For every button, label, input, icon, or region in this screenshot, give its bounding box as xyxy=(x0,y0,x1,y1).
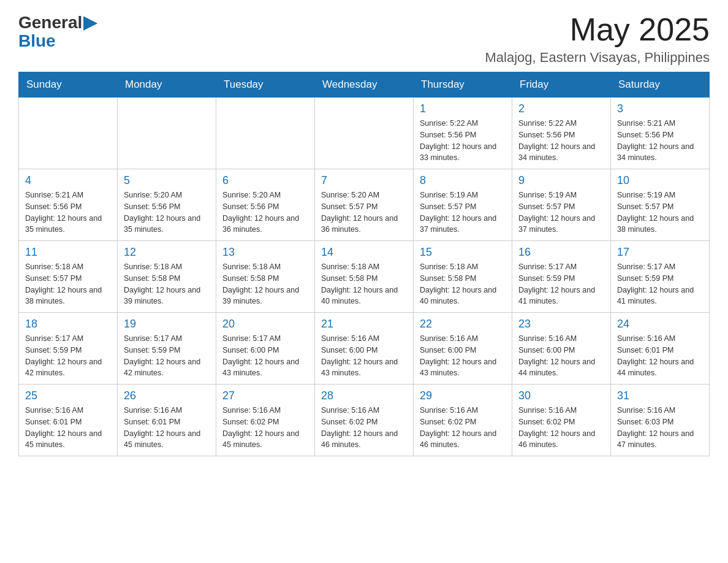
day-number: 7 xyxy=(321,174,407,187)
day-info: Sunrise: 5:18 AMSunset: 5:58 PMDaylight:… xyxy=(321,261,407,307)
calendar-cell: 24Sunrise: 5:16 AMSunset: 6:01 PMDayligh… xyxy=(611,313,710,385)
day-number: 12 xyxy=(124,246,210,259)
calendar-cell: 6Sunrise: 5:20 AMSunset: 5:56 PMDaylight… xyxy=(216,169,315,241)
day-number: 5 xyxy=(124,174,210,187)
calendar-cell xyxy=(118,98,216,169)
day-info: Sunrise: 5:16 AMSunset: 6:01 PMDaylight:… xyxy=(25,405,111,451)
day-of-week-header: Friday xyxy=(512,72,611,98)
logo-blue-text: Blue xyxy=(18,33,56,50)
day-info: Sunrise: 5:20 AMSunset: 5:56 PMDaylight:… xyxy=(124,190,210,236)
day-number: 25 xyxy=(25,389,111,402)
calendar-cell xyxy=(216,98,315,169)
day-number: 8 xyxy=(420,174,506,187)
calendar-cell: 2Sunrise: 5:22 AMSunset: 5:56 PMDaylight… xyxy=(512,98,611,169)
calendar-cell: 29Sunrise: 5:16 AMSunset: 6:02 PMDayligh… xyxy=(414,385,512,456)
calendar-cell: 5Sunrise: 5:20 AMSunset: 5:56 PMDaylight… xyxy=(118,169,216,241)
calendar-cell: 19Sunrise: 5:17 AMSunset: 5:59 PMDayligh… xyxy=(118,313,216,385)
day-number: 4 xyxy=(25,174,111,187)
logo: General ▶ Blue xyxy=(18,12,97,50)
day-number: 11 xyxy=(25,246,111,259)
calendar-cell: 11Sunrise: 5:18 AMSunset: 5:57 PMDayligh… xyxy=(19,241,118,313)
day-number: 3 xyxy=(617,102,703,115)
day-info: Sunrise: 5:21 AMSunset: 5:56 PMDaylight:… xyxy=(617,118,703,164)
day-info: Sunrise: 5:16 AMSunset: 6:02 PMDaylight:… xyxy=(222,405,308,451)
day-number: 23 xyxy=(518,318,604,331)
day-of-week-header: Wednesday xyxy=(315,72,414,98)
day-number: 16 xyxy=(518,246,604,259)
day-number: 24 xyxy=(617,318,703,331)
calendar-cell: 14Sunrise: 5:18 AMSunset: 5:58 PMDayligh… xyxy=(315,241,414,313)
day-of-week-header: Saturday xyxy=(611,72,710,98)
day-info: Sunrise: 5:16 AMSunset: 6:00 PMDaylight:… xyxy=(321,333,407,379)
day-info: Sunrise: 5:22 AMSunset: 5:56 PMDaylight:… xyxy=(518,118,604,164)
day-of-week-header: Sunday xyxy=(19,72,118,98)
calendar-cell: 26Sunrise: 5:16 AMSunset: 6:01 PMDayligh… xyxy=(118,385,216,456)
calendar-cell: 31Sunrise: 5:16 AMSunset: 6:03 PMDayligh… xyxy=(611,385,710,456)
day-info: Sunrise: 5:16 AMSunset: 6:01 PMDaylight:… xyxy=(124,405,210,451)
day-of-week-header: Thursday xyxy=(414,72,512,98)
day-info: Sunrise: 5:19 AMSunset: 5:57 PMDaylight:… xyxy=(518,190,604,236)
month-year-title: May 2025 xyxy=(485,12,710,47)
day-info: Sunrise: 5:17 AMSunset: 5:59 PMDaylight:… xyxy=(617,261,703,307)
day-number: 22 xyxy=(420,318,506,331)
day-number: 29 xyxy=(420,389,506,402)
day-info: Sunrise: 5:19 AMSunset: 5:57 PMDaylight:… xyxy=(420,190,506,236)
day-info: Sunrise: 5:17 AMSunset: 5:59 PMDaylight:… xyxy=(124,333,210,379)
day-of-week-header: Monday xyxy=(118,72,216,98)
day-info: Sunrise: 5:16 AMSunset: 6:01 PMDaylight:… xyxy=(617,333,703,379)
day-number: 10 xyxy=(617,174,703,187)
day-number: 26 xyxy=(124,389,210,402)
calendar-cell: 18Sunrise: 5:17 AMSunset: 5:59 PMDayligh… xyxy=(19,313,118,385)
calendar-header-row: SundayMondayTuesdayWednesdayThursdayFrid… xyxy=(19,72,710,98)
day-number: 31 xyxy=(617,389,703,402)
calendar-cell: 28Sunrise: 5:16 AMSunset: 6:02 PMDayligh… xyxy=(315,385,414,456)
day-number: 1 xyxy=(420,102,506,115)
calendar-week-row: 18Sunrise: 5:17 AMSunset: 5:59 PMDayligh… xyxy=(19,313,710,385)
calendar-cell: 15Sunrise: 5:18 AMSunset: 5:58 PMDayligh… xyxy=(414,241,512,313)
calendar-cell: 3Sunrise: 5:21 AMSunset: 5:56 PMDaylight… xyxy=(611,98,710,169)
day-number: 21 xyxy=(321,318,407,331)
calendar-week-row: 25Sunrise: 5:16 AMSunset: 6:01 PMDayligh… xyxy=(19,385,710,456)
day-info: Sunrise: 5:20 AMSunset: 5:57 PMDaylight:… xyxy=(321,190,407,236)
calendar-week-row: 11Sunrise: 5:18 AMSunset: 5:57 PMDayligh… xyxy=(19,241,710,313)
day-info: Sunrise: 5:18 AMSunset: 5:58 PMDaylight:… xyxy=(222,261,308,307)
calendar-cell: 9Sunrise: 5:19 AMSunset: 5:57 PMDaylight… xyxy=(512,169,611,241)
day-info: Sunrise: 5:16 AMSunset: 6:02 PMDaylight:… xyxy=(420,405,506,451)
calendar-cell: 27Sunrise: 5:16 AMSunset: 6:02 PMDayligh… xyxy=(216,385,315,456)
calendar-table: SundayMondayTuesdayWednesdayThursdayFrid… xyxy=(18,72,710,456)
calendar-cell: 7Sunrise: 5:20 AMSunset: 5:57 PMDaylight… xyxy=(315,169,414,241)
calendar-cell: 1Sunrise: 5:22 AMSunset: 5:56 PMDaylight… xyxy=(414,98,512,169)
day-number: 20 xyxy=(222,318,308,331)
day-info: Sunrise: 5:19 AMSunset: 5:57 PMDaylight:… xyxy=(617,190,703,236)
day-number: 9 xyxy=(518,174,604,187)
day-number: 18 xyxy=(25,318,111,331)
day-info: Sunrise: 5:21 AMSunset: 5:56 PMDaylight:… xyxy=(25,190,111,236)
title-block: May 2025 Malajog, Eastern Visayas, Phili… xyxy=(485,12,710,66)
day-info: Sunrise: 5:16 AMSunset: 6:03 PMDaylight:… xyxy=(617,405,703,451)
calendar-cell: 17Sunrise: 5:17 AMSunset: 5:59 PMDayligh… xyxy=(611,241,710,313)
day-number: 2 xyxy=(518,102,604,115)
day-info: Sunrise: 5:17 AMSunset: 6:00 PMDaylight:… xyxy=(222,333,308,379)
calendar-cell: 8Sunrise: 5:19 AMSunset: 5:57 PMDaylight… xyxy=(414,169,512,241)
calendar-cell: 10Sunrise: 5:19 AMSunset: 5:57 PMDayligh… xyxy=(611,169,710,241)
page-header: General ▶ Blue May 2025 Malajog, Eastern… xyxy=(18,12,710,66)
day-info: Sunrise: 5:16 AMSunset: 6:02 PMDaylight:… xyxy=(518,405,604,451)
day-info: Sunrise: 5:18 AMSunset: 5:58 PMDaylight:… xyxy=(420,261,506,307)
calendar-week-row: 1Sunrise: 5:22 AMSunset: 5:56 PMDaylight… xyxy=(19,98,710,169)
calendar-cell xyxy=(315,98,414,169)
logo-triangle-icon: ▶ xyxy=(83,12,97,33)
calendar-cell: 25Sunrise: 5:16 AMSunset: 6:01 PMDayligh… xyxy=(19,385,118,456)
day-info: Sunrise: 5:18 AMSunset: 5:57 PMDaylight:… xyxy=(25,261,111,307)
logo-general-text: General xyxy=(18,14,82,31)
calendar-cell: 16Sunrise: 5:17 AMSunset: 5:59 PMDayligh… xyxy=(512,241,611,313)
day-number: 15 xyxy=(420,246,506,259)
day-info: Sunrise: 5:20 AMSunset: 5:56 PMDaylight:… xyxy=(222,190,308,236)
day-of-week-header: Tuesday xyxy=(216,72,315,98)
day-number: 17 xyxy=(617,246,703,259)
day-info: Sunrise: 5:17 AMSunset: 5:59 PMDaylight:… xyxy=(518,261,604,307)
calendar-week-row: 4Sunrise: 5:21 AMSunset: 5:56 PMDaylight… xyxy=(19,169,710,241)
day-number: 30 xyxy=(518,389,604,402)
day-number: 13 xyxy=(222,246,308,259)
day-info: Sunrise: 5:16 AMSunset: 6:00 PMDaylight:… xyxy=(420,333,506,379)
day-info: Sunrise: 5:16 AMSunset: 6:02 PMDaylight:… xyxy=(321,405,407,451)
